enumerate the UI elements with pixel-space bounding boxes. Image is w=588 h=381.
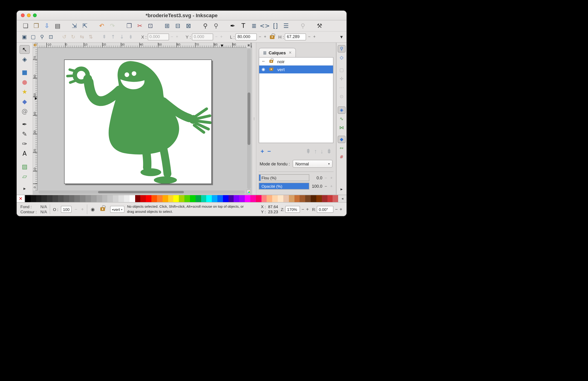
- toggle-selection-box-button[interactable]: ⊡: [47, 33, 55, 41]
- palette-swatch[interactable]: [47, 195, 53, 202]
- palette-swatch[interactable]: [173, 195, 179, 202]
- opacity-field-decrement-button[interactable]: −: [74, 207, 78, 212]
- palette-swatch[interactable]: [141, 195, 146, 202]
- zoom-drawing-button[interactable]: ⚲: [211, 21, 221, 30]
- palette-swatch[interactable]: [273, 195, 278, 202]
- palette-swatch[interactable]: [146, 195, 151, 202]
- fill-stroke-dialog-button[interactable]: ✒: [228, 21, 237, 30]
- lower-button[interactable]: ↓: [118, 33, 126, 41]
- opacity-value[interactable]: 100.0: [311, 184, 322, 189]
- palette-swatch[interactable]: [179, 195, 184, 202]
- snap-midpoints-toggle[interactable]: #: [338, 153, 346, 161]
- remove-layer-button[interactable]: −: [267, 148, 271, 154]
- tool-pencil[interactable]: ✎: [20, 130, 30, 138]
- zoom-window-button[interactable]: [33, 14, 37, 17]
- lower-layer-button[interactable]: ↓: [320, 148, 323, 154]
- rotation-increment-button[interactable]: +: [339, 207, 343, 212]
- open-document-button[interactable]: ❒: [32, 21, 41, 30]
- new-document-button[interactable]: ❏: [21, 21, 30, 30]
- layer-visibility-toggle[interactable]: ◉: [259, 67, 268, 72]
- tool-node-editor[interactable]: ◈: [20, 55, 30, 64]
- tool-star[interactable]: ★: [20, 87, 30, 96]
- minimize-window-button[interactable]: [27, 14, 31, 17]
- palette-swatch[interactable]: [91, 195, 97, 202]
- palette-swatch[interactable]: [85, 195, 91, 202]
- palette-swatch[interactable]: [151, 195, 157, 202]
- object-properties-button[interactable]: []: [271, 21, 280, 30]
- width-increment-button[interactable]: +: [263, 33, 267, 41]
- green-figure-drawing[interactable]: [64, 60, 211, 184]
- opacity-slider[interactable]: Opacité (%): [259, 183, 309, 190]
- layer-row-vert[interactable]: ◉ vert: [259, 65, 333, 73]
- layer-visibility-statusbar-toggle[interactable]: ◉: [90, 207, 95, 212]
- close-window-button[interactable]: [21, 14, 25, 17]
- tool-spiral[interactable]: @: [20, 107, 30, 116]
- flip-horizontal-button[interactable]: ⇆: [78, 33, 86, 41]
- y-decrement-button[interactable]: −: [214, 33, 218, 41]
- blur-increment-button[interactable]: +: [329, 175, 334, 180]
- palette-swatch[interactable]: [322, 195, 327, 202]
- color-managed-view-icon[interactable]: [247, 190, 251, 194]
- opacity-increment-button[interactable]: +: [329, 184, 334, 189]
- palette-swatch[interactable]: [157, 195, 163, 202]
- rotate-cw-button[interactable]: ↻: [69, 33, 77, 41]
- dock-splitter[interactable]: ⁝: [252, 43, 256, 195]
- palette-swatch[interactable]: [162, 195, 168, 202]
- tool-gradient[interactable]: ▨: [20, 162, 30, 171]
- opacity-decrement-button[interactable]: −: [324, 184, 328, 189]
- save-document-button[interactable]: ⇩: [42, 21, 52, 30]
- palette-swatch[interactable]: [168, 195, 173, 202]
- rotation-decrement-button[interactable]: −: [335, 207, 338, 212]
- tool-pen[interactable]: ✒: [20, 120, 30, 129]
- y-increment-button[interactable]: +: [219, 33, 223, 41]
- ruler-corner[interactable]: [33, 43, 38, 48]
- blur-slider[interactable]: Flou (%): [259, 174, 309, 181]
- canvas-corner-button[interactable]: ▣: [247, 43, 251, 48]
- palette-scroll-left-button[interactable]: ◂: [338, 195, 346, 202]
- flip-vertical-button[interactable]: ⇅: [87, 33, 95, 41]
- titlebar[interactable]: *broderieTest3.svg - Inkscape: [17, 11, 346, 21]
- palette-swatch[interactable]: [42, 195, 47, 202]
- clone-button[interactable]: ⊟: [173, 21, 183, 30]
- tab-layers[interactable]: ≣ Calques ✕: [259, 48, 296, 57]
- height-decrement-button[interactable]: −: [307, 33, 311, 41]
- align-distribute-button[interactable]: ☰: [281, 21, 291, 30]
- object-opacity-field[interactable]: 100: [61, 206, 71, 213]
- preferences-button[interactable]: ⚒: [315, 21, 324, 30]
- fill-stroke-indicator[interactable]: Fond : N/A Contour : N/A: [21, 204, 47, 214]
- tool-text[interactable]: A: [20, 149, 30, 158]
- x-decrement-button[interactable]: −: [170, 33, 174, 41]
- layer-lock-statusbar-toggle[interactable]: [98, 207, 107, 212]
- palette-swatch[interactable]: [107, 195, 113, 202]
- palette-swatch[interactable]: [102, 195, 107, 202]
- snap-bbox-centers-toggle[interactable]: ⊙: [338, 93, 346, 100]
- vertical-scrollbar-thumb[interactable]: [248, 92, 250, 145]
- palette-swatch[interactable]: [311, 195, 316, 202]
- horizontal-scrollbar[interactable]: [39, 190, 245, 194]
- palette-swatch[interactable]: [316, 195, 322, 202]
- find-button[interactable]: ⚲: [298, 21, 308, 30]
- layer-lock-toggle[interactable]: [268, 67, 275, 71]
- tool-3dbox[interactable]: ◆: [20, 97, 30, 106]
- snap-nodes-toggle[interactable]: ◈: [338, 106, 346, 114]
- opacity-field-increment-button[interactable]: +: [81, 207, 84, 212]
- snap-bbox-corners-toggle[interactable]: ✛: [338, 75, 346, 83]
- snap-paths-toggle[interactable]: ∿: [338, 115, 346, 123]
- palette-swatch[interactable]: [300, 195, 305, 202]
- palette-swatch[interactable]: [239, 195, 245, 202]
- tool-calligraphy[interactable]: ✑: [20, 139, 30, 148]
- xml-editor-button[interactable]: <>: [260, 21, 269, 30]
- palette-swatch[interactable]: [75, 195, 80, 202]
- height-field[interactable]: 67.289: [285, 33, 306, 41]
- snap-bbox-edges-toggle[interactable]: ▢: [338, 66, 346, 74]
- lower-to-bottom-button[interactable]: ⇟: [127, 33, 135, 41]
- palette-swatch[interactable]: [195, 195, 201, 202]
- canvas-viewport[interactable]: [38, 48, 252, 195]
- height-increment-button[interactable]: +: [312, 33, 316, 41]
- palette-swatch[interactable]: [129, 195, 135, 202]
- palette-swatch[interactable]: [289, 195, 294, 202]
- palette-swatch[interactable]: [64, 195, 69, 202]
- snap-bounding-box-toggle[interactable]: ◇: [338, 54, 346, 61]
- palette-swatch[interactable]: [283, 195, 289, 202]
- palette-swatch[interactable]: [113, 195, 119, 202]
